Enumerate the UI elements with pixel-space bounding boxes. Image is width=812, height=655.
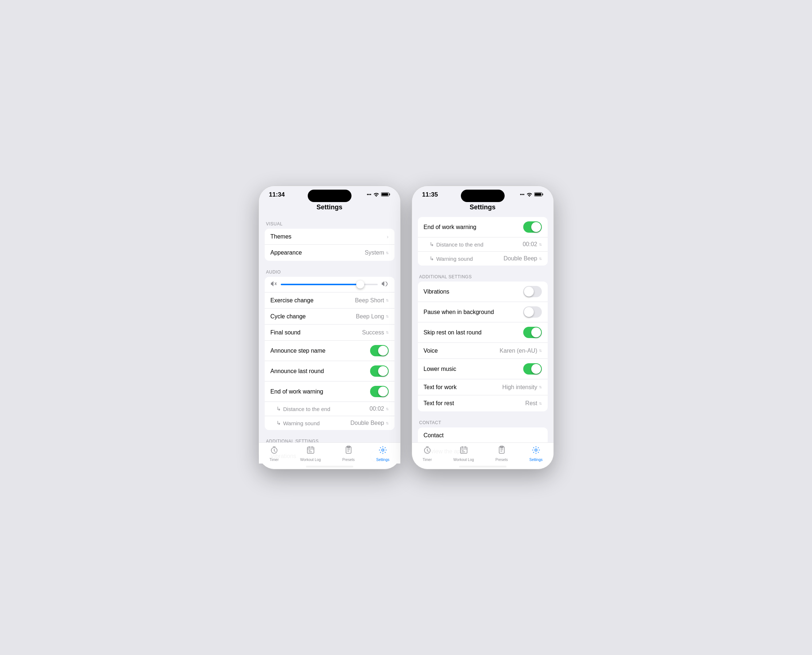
warning-sound-right-label: ↳ Warning sound	[430, 255, 473, 262]
lower-music-toggle[interactable]	[523, 363, 542, 375]
tab-workout-right[interactable]: Workout Log	[453, 446, 474, 462]
additional-card-right: Vibrations Pause when in background Skip…	[418, 281, 548, 411]
tab-presets-left[interactable]: Presets	[342, 446, 355, 462]
tab-settings-right[interactable]: Settings	[530, 446, 543, 462]
warning-sound-right-row[interactable]: ↳ Warning sound Double Beep ⇅	[418, 252, 548, 266]
appearance-stepper: ⇅	[386, 251, 389, 255]
announce-step-label: Announce step name	[270, 347, 325, 354]
pause-background-toggle[interactable]	[523, 306, 542, 318]
sub-arrow-warn-right: ↳	[430, 255, 434, 262]
pause-background-row[interactable]: Pause when in background	[418, 302, 548, 322]
exercise-change-row[interactable]: Exercise change Beep Short ⇅	[265, 292, 394, 309]
volume-row[interactable]	[265, 277, 394, 292]
vibrations-toggle-right[interactable]	[523, 286, 542, 297]
svg-rect-14	[460, 447, 467, 453]
end-work-warning-right-toggle[interactable]	[523, 221, 542, 233]
volume-high-icon	[381, 280, 389, 289]
text-work-label: Text for work	[424, 384, 457, 391]
announce-step-row[interactable]: Announce step name	[265, 341, 394, 361]
announce-last-toggle[interactable]	[370, 366, 389, 377]
dynamic-island-left	[308, 190, 352, 202]
tab-timer-label-right: Timer	[422, 458, 432, 462]
contact-row[interactable]: Contact	[418, 427, 548, 443]
warning-sound-row[interactable]: ↳ Warning sound Double Beep ⇅	[265, 416, 394, 430]
voice-label: Voice	[424, 347, 438, 354]
wifi-icon-left	[373, 192, 379, 198]
skip-rest-thumb	[531, 328, 541, 337]
exercise-change-label: Exercise change	[270, 297, 313, 304]
right-phone: 11:35 ••• Settings End of work warning	[411, 186, 554, 469]
tab-workout-icon-left	[306, 446, 315, 457]
tab-timer-left[interactable]: Timer	[269, 446, 279, 462]
distance-end-right-value: 00:02 ⇅	[522, 241, 542, 248]
screens-container: 11:34 ••• Settings VISUAL Themes ›	[258, 186, 554, 469]
svg-rect-11	[542, 193, 543, 195]
top-partial-card: End of work warning ↳ Distance to the en…	[418, 217, 548, 266]
sub-arrow-warning: ↳	[276, 420, 281, 426]
end-work-warning-toggle[interactable]	[370, 386, 389, 397]
volume-track[interactable]	[281, 284, 378, 285]
skip-rest-toggle[interactable]	[523, 327, 542, 338]
pause-background-thumb	[524, 307, 534, 317]
appearance-row[interactable]: Appearance System ⇅	[265, 245, 394, 261]
status-icons-left: •••	[367, 192, 390, 198]
tab-presets-icon-left	[344, 446, 353, 457]
svg-rect-2	[381, 193, 388, 195]
vibrations-row-right[interactable]: Vibrations	[418, 281, 548, 302]
lower-music-row[interactable]: Lower music	[418, 359, 548, 379]
distance-end-label: ↳ Distance to the end	[276, 406, 330, 412]
announce-last-row[interactable]: Announce last round	[265, 361, 394, 381]
distance-end-value: 00:02 ⇅	[369, 406, 388, 412]
section-header-additional-right: ADDITIONAL SETTINGS	[412, 268, 554, 281]
vibrations-thumb-right	[524, 287, 534, 297]
tab-presets-label-right: Presets	[496, 458, 508, 462]
contact-label: Contact	[424, 432, 444, 439]
text-rest-row[interactable]: Text for rest Rest ⇅	[418, 395, 548, 411]
scroll-content-left[interactable]: VISUAL Themes › Appearance System ⇅ AUDI…	[259, 215, 401, 464]
end-work-warning-row[interactable]: End of work warning	[265, 381, 394, 402]
tab-bar-left: Timer Workout Log	[259, 442, 401, 469]
signal-icon-left: •••	[367, 192, 371, 197]
skip-rest-row[interactable]: Skip rest on last round	[418, 322, 548, 343]
announce-step-toggle[interactable]	[370, 345, 389, 356]
time-left: 11:34	[269, 191, 285, 198]
volume-thumb[interactable]	[356, 280, 364, 289]
text-rest-stepper: ⇅	[539, 401, 542, 406]
distance-end-row[interactable]: ↳ Distance to the end 00:02 ⇅	[265, 402, 394, 416]
svg-rect-12	[534, 193, 541, 195]
dynamic-island-right	[461, 190, 505, 202]
mute-icon	[270, 280, 277, 289]
scroll-content-right[interactable]: End of work warning ↳ Distance to the en…	[412, 215, 554, 464]
end-work-warning-label: End of work warning	[270, 388, 324, 395]
pause-background-label: Pause when in background	[424, 309, 494, 315]
themes-chevron: ›	[387, 234, 389, 240]
tab-settings-icon-right	[532, 446, 540, 457]
tab-workout-left[interactable]: Workout Log	[300, 446, 321, 462]
final-sound-row[interactable]: Final sound Success ⇅	[265, 324, 394, 341]
distance-end-right-row[interactable]: ↳ Distance to the end 00:02 ⇅	[418, 237, 548, 252]
text-work-value: High intensity ⇅	[502, 384, 542, 391]
tab-settings-icon-left	[379, 446, 387, 457]
status-icons-right: •••	[520, 192, 543, 198]
tab-timer-right[interactable]: Timer	[422, 446, 432, 462]
cycle-change-row[interactable]: Cycle change Beep Long ⇅	[265, 309, 394, 324]
end-work-warning-thumb	[378, 387, 388, 397]
exercise-change-stepper: ⇅	[386, 298, 389, 302]
tab-bar-right: Timer Workout Log	[412, 442, 554, 469]
end-work-warning-right-row[interactable]: End of work warning	[418, 217, 548, 237]
tab-presets-right[interactable]: Presets	[496, 446, 508, 462]
cycle-change-stepper: ⇅	[386, 314, 389, 318]
themes-row[interactable]: Themes ›	[265, 229, 394, 245]
tab-settings-left[interactable]: Settings	[376, 446, 390, 462]
tab-settings-label-left: Settings	[376, 458, 390, 462]
warning-sound-label: ↳ Warning sound	[276, 420, 320, 426]
voice-row[interactable]: Voice Karen (en-AU) ⇅	[418, 343, 548, 359]
tab-timer-icon-right	[423, 446, 432, 457]
sub-arrow-dist-right: ↳	[430, 241, 434, 248]
text-work-row[interactable]: Text for work High intensity ⇅	[418, 379, 548, 395]
announce-last-thumb	[378, 366, 388, 376]
tab-presets-label-left: Presets	[342, 458, 355, 462]
text-work-stepper: ⇅	[539, 385, 542, 389]
tab-settings-label-right: Settings	[530, 458, 543, 462]
tab-workout-label-left: Workout Log	[300, 458, 321, 462]
